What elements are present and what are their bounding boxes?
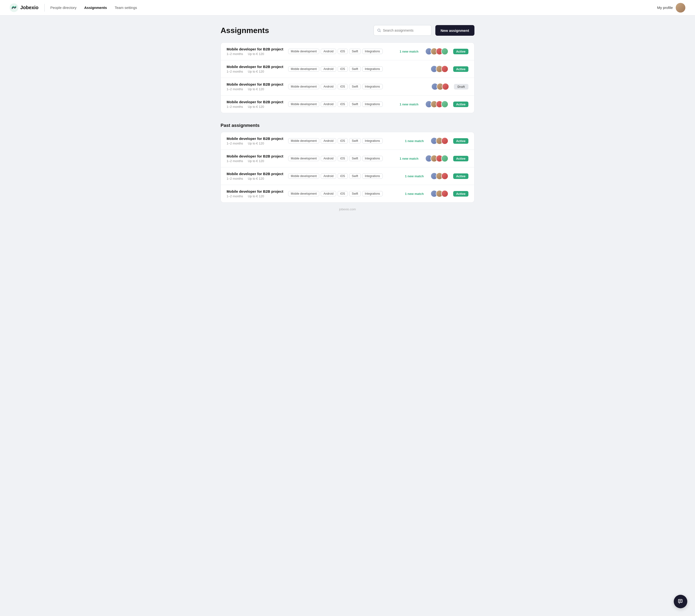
list-item: Integrations (362, 191, 383, 196)
tag-list: Mobile developmentAndroidiOSSwiftIntegra… (288, 102, 389, 107)
avatar (441, 101, 448, 108)
list-item: Android (321, 102, 336, 107)
list-item: Android (321, 84, 336, 89)
assignment-meta: 1–2 monthsUp to € 120 (226, 105, 283, 108)
avatar (441, 137, 448, 144)
list-item: Integrations (362, 138, 383, 143)
page-title: Assignments (221, 26, 269, 35)
avatars-stack (430, 173, 448, 180)
list-item: Android (321, 191, 336, 196)
profile-label: My profile (657, 5, 673, 10)
assignment-title: Mobile developer for B2B project (226, 189, 283, 193)
profile-menu[interactable]: My profile (657, 3, 685, 13)
match-label: 1 new match (394, 103, 419, 106)
list-item: Swift (349, 173, 361, 179)
assignment-budget: Up to € 120 (248, 177, 264, 180)
row-info: Mobile developer for B2B project1–2 mont… (226, 172, 283, 180)
row-info: Mobile developer for B2B project1–2 mont… (226, 154, 283, 163)
search-icon (377, 29, 381, 32)
footer: jobexio.com (221, 203, 474, 221)
table-row[interactable]: Mobile developer for B2B project1–2 mont… (221, 132, 474, 150)
search-input[interactable] (383, 29, 428, 32)
logo-text: Jobexio (20, 5, 39, 11)
avatars-stack (425, 48, 448, 55)
header-actions: New assignment (374, 25, 474, 36)
list-item: iOS (338, 66, 348, 72)
assignment-title: Mobile developer for B2B project (226, 65, 283, 69)
assignment-meta: 1–2 monthsUp to € 120 (226, 159, 283, 163)
table-row[interactable]: Mobile developer for B2B project1–2 mont… (221, 168, 474, 185)
tag-list: Mobile developmentAndroidiOSSwiftIntegra… (288, 138, 395, 143)
assignment-duration: 1–2 months (226, 70, 243, 73)
list-item: Mobile development (288, 191, 319, 196)
list-item: Android (321, 156, 336, 161)
list-item: Android (321, 173, 336, 179)
navbar: Jobexio People directory Assignments Tea… (0, 0, 695, 15)
status-badge: Draft (454, 84, 469, 89)
assignment-title: Mobile developer for B2B project (226, 137, 283, 141)
logo[interactable]: Jobexio (10, 3, 39, 12)
footer-text: jobexio.com (339, 207, 356, 211)
row-info: Mobile developer for B2B project1–2 mont… (226, 47, 283, 56)
status-badge: Active (453, 191, 469, 197)
assignment-duration: 1–2 months (226, 177, 243, 180)
assignment-meta: 1–2 monthsUp to € 120 (226, 177, 283, 180)
list-item: Integrations (362, 102, 383, 107)
chat-button[interactable] (674, 595, 687, 608)
list-item: Mobile development (288, 84, 319, 89)
nav-team-settings[interactable]: Team settings (115, 5, 137, 10)
assignment-duration: 1–2 months (226, 105, 243, 108)
avatar (441, 190, 448, 197)
new-assignment-button[interactable]: New assignment (435, 25, 474, 36)
list-item: Swift (349, 191, 361, 196)
match-label: 1 new match (394, 157, 419, 160)
list-item: Mobile development (288, 138, 319, 143)
status-badge: Active (453, 173, 469, 179)
main-content: Assignments New assignment Mobile develo… (215, 15, 480, 240)
assignment-meta: 1–2 monthsUp to € 120 (226, 87, 283, 91)
active-assignments-list: Mobile developer for B2B project1–2 mont… (221, 42, 474, 113)
assignment-budget: Up to € 120 (248, 87, 264, 91)
status-badge: Active (453, 66, 469, 72)
tag-list: Mobile developmentAndroidiOSSwiftIntegra… (288, 66, 395, 72)
avatars-stack (430, 137, 448, 144)
assignment-duration: 1–2 months (226, 52, 243, 56)
list-item: iOS (338, 173, 348, 179)
avatar (442, 83, 449, 90)
list-item: iOS (338, 102, 348, 107)
assignment-budget: Up to € 120 (248, 159, 264, 163)
table-row[interactable]: Mobile developer for B2B project1–2 mont… (221, 78, 474, 95)
table-row[interactable]: Mobile developer for B2B project1–2 mont… (221, 95, 474, 113)
list-item: iOS (338, 156, 348, 161)
list-item: Android (321, 66, 336, 72)
list-item: Integrations (362, 49, 383, 54)
assignment-duration: 1–2 months (226, 142, 243, 145)
nav-assignments[interactable]: Assignments (84, 5, 107, 10)
status-badge: Active (453, 49, 469, 54)
assignment-meta: 1–2 monthsUp to € 120 (226, 142, 283, 145)
table-row[interactable]: Mobile developer for B2B project1–2 mont… (221, 43, 474, 60)
avatars-stack (425, 155, 448, 162)
assignment-duration: 1–2 months (226, 159, 243, 163)
tag-list: Mobile developmentAndroidiOSSwiftIntegra… (288, 84, 395, 89)
search-box[interactable] (374, 25, 431, 36)
list-item: iOS (338, 191, 348, 196)
nav-people-directory[interactable]: People directory (50, 5, 77, 10)
table-row[interactable]: Mobile developer for B2B project1–2 mont… (221, 150, 474, 168)
table-row[interactable]: Mobile developer for B2B project1–2 mont… (221, 185, 474, 203)
table-row[interactable]: Mobile developer for B2B project1–2 mont… (221, 60, 474, 78)
avatars-stack (430, 65, 448, 73)
assignment-meta: 1–2 monthsUp to € 120 (226, 194, 283, 198)
avatar (441, 155, 448, 162)
list-item: iOS (338, 138, 348, 143)
avatars-stack (431, 83, 449, 90)
row-info: Mobile developer for B2B project1–2 mont… (226, 189, 283, 198)
list-item: Swift (349, 49, 361, 54)
assignment-title: Mobile developer for B2B project (226, 47, 283, 51)
past-assignments-list: Mobile developer for B2B project1–2 mont… (221, 132, 474, 203)
list-item: Integrations (362, 173, 383, 179)
assignment-duration: 1–2 months (226, 87, 243, 91)
assignment-meta: 1–2 monthsUp to € 120 (226, 52, 283, 56)
assignment-title: Mobile developer for B2B project (226, 172, 283, 176)
list-item: Mobile development (288, 173, 319, 179)
